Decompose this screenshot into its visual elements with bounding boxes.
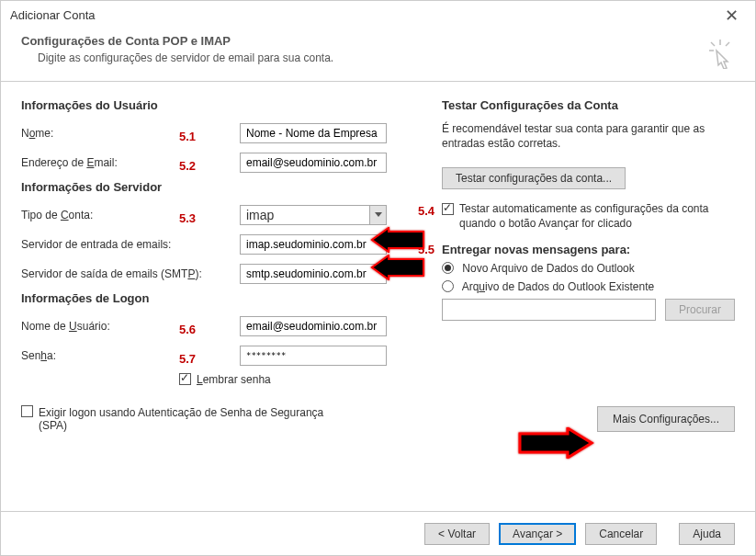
header: Configurações de Conta POP e IMAP Digite… — [1, 30, 755, 82]
existing-file-input[interactable] — [442, 299, 656, 321]
bottom-button-bar: < Voltar Avançar > Cancelar Ajuda — [1, 511, 755, 555]
more-settings-wrap: Mais Configurações... — [597, 406, 735, 432]
annotation-5-4: 5.4 — [418, 204, 434, 218]
annotation-5-2: 5.2 — [179, 159, 196, 173]
test-config-para: É recomendável testar sua conta para gar… — [442, 121, 735, 151]
incoming-server-label: Servidor de entrada de emails: — [21, 238, 240, 251]
annotation-5-3: 5.3 — [179, 211, 196, 225]
annotation-5-7: 5.7 — [179, 352, 196, 366]
add-account-dialog: Adicionar Conta ✕ Configurações de Conta… — [0, 0, 756, 556]
tipo-label: Tipo de Conta: 5.3 — [21, 209, 177, 221]
senha-label: Senha: 5.7 — [21, 349, 177, 362]
right-column: Testar Configurações da Conta É recomend… — [442, 93, 735, 432]
content-area: Informações do Usuário Nome: 5.1 Endereç… — [1, 82, 755, 516]
spa-checkbox[interactable] — [21, 405, 33, 417]
browse-button[interactable]: Procurar — [665, 299, 735, 321]
lembrar-senha-checkbox[interactable] — [179, 373, 191, 385]
cancel-button[interactable]: Cancelar — [585, 523, 657, 545]
arrow-annotation-3-icon — [515, 427, 594, 461]
header-subtitle: Digite as configurações de servidor de e… — [38, 51, 735, 64]
spa-label: Exigir logon usando Autenticação de Senh… — [39, 406, 333, 432]
outgoing-server-input[interactable] — [240, 264, 387, 284]
back-button[interactable]: < Voltar — [424, 523, 490, 545]
cursor-sparkle-icon — [705, 38, 733, 72]
user-info-title: Informações do Usuário — [21, 98, 416, 112]
test-config-button[interactable]: Testar configurações da conta... — [442, 167, 626, 189]
radio-existing-file[interactable] — [442, 280, 454, 292]
lembrar-senha-row: Lembrar senha — [179, 373, 416, 386]
server-info-title: Informações do Servidor — [21, 180, 416, 194]
lembrar-senha-label: Lembrar senha — [197, 373, 271, 386]
annotation-5-5: 5.5 — [418, 243, 434, 256]
svg-line-2 — [726, 42, 729, 46]
titlebar: Adicionar Conta ✕ — [1, 1, 755, 30]
auto-test-checkbox[interactable] — [442, 203, 454, 215]
left-column: Informações do Usuário Nome: 5.1 Endereç… — [21, 93, 416, 432]
deliver-title: Entregar novas mensagens para: — [442, 243, 735, 256]
help-button[interactable]: Ajuda — [679, 523, 735, 545]
username-input[interactable] — [240, 316, 387, 336]
radio-new-file-label: Novo Arquivo de Dados do Outlook — [462, 262, 634, 275]
nome-label: Nome: 5.1 — [21, 127, 177, 140]
annotation-5-6: 5.6 — [179, 323, 196, 336]
test-config-title: Testar Configurações da Conta — [442, 98, 735, 112]
window-title: Adicionar Conta — [10, 8, 96, 22]
header-title: Configurações de Conta POP e IMAP — [21, 34, 735, 48]
chevron-down-icon[interactable] — [369, 206, 386, 224]
close-icon[interactable]: ✕ — [717, 4, 746, 28]
spa-row: Exigir logon usando Autenticação de Senh… — [21, 406, 416, 432]
email-input[interactable] — [240, 153, 387, 173]
radio-existing-file-label: Arquivo de Dados do Outlook Existente — [462, 280, 654, 293]
annotation-5-1: 5.1 — [179, 130, 196, 143]
nome-input[interactable] — [240, 123, 387, 143]
logon-info-title: Informações de Logon — [21, 291, 416, 305]
email-label: Endereço de Email: 5.2 — [21, 156, 177, 169]
incoming-server-input[interactable] — [240, 234, 387, 255]
more-settings-button[interactable]: Mais Configurações... — [597, 406, 735, 432]
senha-input[interactable] — [240, 346, 387, 366]
next-button[interactable]: Avançar > — [499, 523, 576, 545]
username-label: Nome de Usuário: 5.6 — [21, 320, 177, 333]
radio-new-file[interactable] — [442, 262, 454, 274]
outgoing-server-label: Servidor de saída de emails (SMTP): — [21, 267, 240, 280]
tipo-select[interactable]: imap — [240, 205, 387, 225]
svg-line-0 — [711, 42, 715, 46]
auto-test-label: Testar automaticamente as configurações … — [459, 202, 717, 231]
